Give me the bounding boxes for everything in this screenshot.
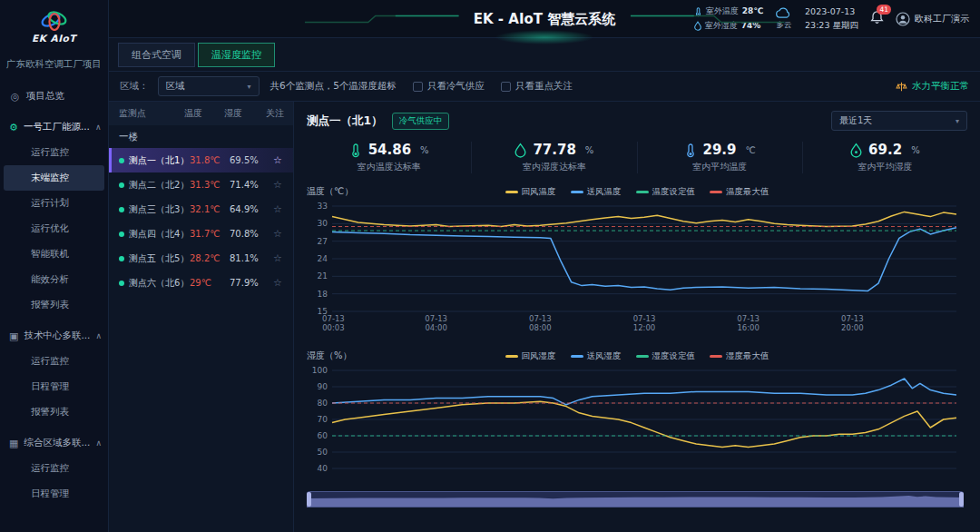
region-select[interactable]: 区域 ▾ — [158, 76, 260, 96]
svg-text:70: 70 — [318, 415, 328, 424]
humidity-chart[interactable]: 405060708090100 — [307, 365, 967, 478]
balance-icon — [896, 81, 907, 93]
logo-text: EK AIoT — [32, 33, 76, 44]
weekday-value: 星期四 — [833, 20, 859, 30]
svg-text:80: 80 — [318, 399, 328, 408]
svg-text:00:03: 00:03 — [322, 323, 345, 332]
svg-text:33: 33 — [318, 202, 328, 211]
legend-item[interactable]: 温度设定值 — [636, 186, 696, 198]
checkbox-icon — [413, 82, 423, 92]
sidebar-item-alarm-list-2[interactable]: 报警列表 — [0, 399, 108, 425]
kpi-temp-compliance: 54.86 % 室内温度达标率 — [307, 142, 472, 173]
kpi-row: 54.86 % 室内温度达标率 77.78 % 室内湿度达标率 — [307, 142, 967, 173]
svg-text:21: 21 — [318, 271, 328, 281]
tab-temp-humidity-monitor[interactable]: 温湿度监控 — [198, 43, 275, 67]
temp-chart-legend: 回风温度送风温度温度设定值温度最大值 — [307, 186, 967, 198]
app-title: EK - AIoT 智慧云系统 — [474, 10, 616, 27]
sidebar-item-smart-link[interactable]: 智能联机 — [0, 241, 108, 267]
user-name: 欧科工厂演示 — [915, 13, 969, 25]
svg-text:07-13: 07-13 — [322, 314, 345, 323]
point-detail-panel: 测点一（北1） 冷气供应中 最近1天 ▾ 54.86 % — [294, 102, 980, 532]
status-dot — [119, 232, 124, 237]
svg-text:24: 24 — [318, 254, 328, 263]
sidebar-group-label: 一号工厂能源... — [24, 121, 90, 133]
monitor-point-row[interactable]: 测点三（北3） 32.1℃ 64.9% ☆ — [109, 197, 293, 222]
hum-chart-ylabel: 湿度（%） — [307, 350, 352, 362]
sidebar-item-run-monitor-3[interactable]: 运行监控 — [0, 456, 108, 481]
timeline-brush[interactable] — [307, 491, 967, 510]
main-panel: 组合式空调 温湿度监控 区域： 区域 ▾ 共6个监测点，5个温湿度超标 只看冷气… — [109, 38, 980, 532]
user-menu[interactable]: 欧科工厂演示 — [896, 12, 969, 26]
svg-text:60: 60 — [318, 431, 328, 440]
legend-item[interactable]: 送风湿度 — [571, 350, 622, 362]
header-decoration-right — [630, 13, 784, 25]
star-icon[interactable]: ☆ — [270, 252, 286, 264]
temp-chart-ylabel: 温度（℃） — [307, 185, 353, 198]
svg-text:16:00: 16:00 — [737, 323, 760, 332]
app-root: EK AIoT 广东欧科空调工厂项目 ◎ 项目总览 ⚙ 一号工厂能源... ∧ … — [0, 0, 980, 532]
star-icon[interactable]: ☆ — [270, 179, 286, 191]
kpi-avg-temp: 29.9 ℃ 室内平均温度 — [638, 142, 803, 173]
droplet-icon — [850, 143, 862, 158]
sidebar-item-schedule[interactable]: 日程管理 — [0, 374, 108, 399]
sidebar-item-run-optimize[interactable]: 运行优化 — [0, 216, 108, 241]
svg-text:07-13: 07-13 — [841, 314, 864, 323]
legend-item[interactable]: 湿度设定值 — [636, 350, 696, 362]
legend-item[interactable]: 送风温度 — [571, 186, 622, 198]
floor-group-label[interactable]: 一楼 — [109, 125, 293, 148]
tab-combined-ac[interactable]: 组合式空调 — [118, 43, 195, 67]
legend-item[interactable]: 湿度最大值 — [710, 350, 769, 362]
app-logo: EK AIoT — [0, 0, 108, 53]
overview-icon: ◎ — [9, 91, 21, 103]
svg-text:20:00: 20:00 — [841, 323, 864, 332]
star-icon[interactable]: ☆ — [270, 154, 286, 166]
svg-text:08:00: 08:00 — [529, 323, 552, 332]
sidebar-group-tech-center[interactable]: ▣ 技术中心多联... ∧ — [0, 323, 108, 349]
time-range-select[interactable]: 最近1天 ▾ — [831, 111, 967, 131]
points-summary: 共6个监测点，5个温湿度超标 — [270, 80, 397, 93]
star-icon[interactable]: ☆ — [270, 203, 286, 215]
time-value: 23:23 — [805, 20, 829, 30]
hydraulic-balance-status: 水力平衡正常 — [896, 80, 969, 93]
droplet-icon — [514, 143, 526, 158]
thermometer-icon — [349, 143, 362, 158]
sidebar-item-run-monitor[interactable]: 运行监控 — [0, 140, 108, 165]
sidebar-item-energy-analysis[interactable]: 能效分析 — [0, 267, 108, 292]
monitor-point-row[interactable]: 测点六（北6） 29℃ 77.9% ☆ — [109, 271, 293, 295]
project-title: 广东欧科空调工厂项目 — [0, 53, 108, 80]
sidebar-item-run-monitor-2[interactable]: 运行监控 — [0, 349, 108, 374]
monitor-point-row[interactable]: 测点四（北4） 31.7℃ 70.8% ☆ — [109, 222, 293, 246]
sidebar-group-label: 技术中心多联... — [24, 330, 90, 342]
svg-text:07-13: 07-13 — [529, 314, 552, 323]
legend-item[interactable]: 回风温度 — [505, 186, 556, 198]
svg-text:07-13: 07-13 — [633, 314, 656, 323]
sidebar-group-region[interactable]: ▦ 综合区域多联... ∧ — [0, 430, 108, 456]
checkbox-cooling-only[interactable]: 只看冷气供应 — [413, 80, 485, 93]
date-value: 2023-07-13 — [805, 5, 858, 19]
sidebar-menu: ◎ 项目总览 ⚙ 一号工厂能源... ∧ 运行监控 末端监控 运行计划 运行优化… — [0, 80, 108, 532]
region-label: 区域： — [120, 80, 149, 93]
notification-bell[interactable]: 41 — [870, 10, 884, 27]
detail-title: 测点一（北1） — [307, 113, 383, 129]
sidebar-item-terminal-monitor[interactable]: 末端监控 — [4, 165, 104, 191]
legend-item[interactable]: 温度最大值 — [710, 186, 769, 198]
temperature-chart[interactable]: 1518212427303307-1300:0307-1304:0007-130… — [307, 201, 967, 338]
legend-item[interactable]: 回风湿度 — [505, 350, 556, 362]
sidebar-group-factory1-energy[interactable]: ⚙ 一号工厂能源... ∧ — [0, 114, 108, 140]
sidebar-item-overview[interactable]: ◎ 项目总览 — [0, 84, 108, 109]
monitor-point-row[interactable]: 测点五（北5） 28.2℃ 81.1% ☆ — [109, 246, 293, 271]
logo-knot-icon — [36, 9, 73, 31]
sidebar-item-run-plan[interactable]: 运行计划 — [0, 191, 108, 216]
sidebar-item-schedule-2[interactable]: 日程管理 — [0, 481, 108, 507]
monitor-point-row[interactable]: 测点二（北2） 31.3℃ 71.4% ☆ — [109, 172, 293, 197]
status-dot — [119, 158, 124, 163]
star-icon[interactable]: ☆ — [270, 228, 286, 240]
sidebar-item-alarm-list[interactable]: 报警列表 — [0, 292, 108, 318]
monitor-point-row[interactable]: 测点一（北1） 31.8℃ 69.5% ☆ — [109, 148, 293, 172]
kpi-avg-hum: 69.2 % 室内平均湿度 — [803, 142, 967, 173]
status-dot — [119, 256, 124, 261]
checkbox-starred-only[interactable]: 只看重点关注 — [501, 80, 573, 93]
thermometer-icon — [684, 143, 697, 158]
hum-chart-legend: 回风湿度送风湿度湿度设定值湿度最大值 — [307, 350, 967, 362]
star-icon[interactable]: ☆ — [270, 277, 286, 289]
